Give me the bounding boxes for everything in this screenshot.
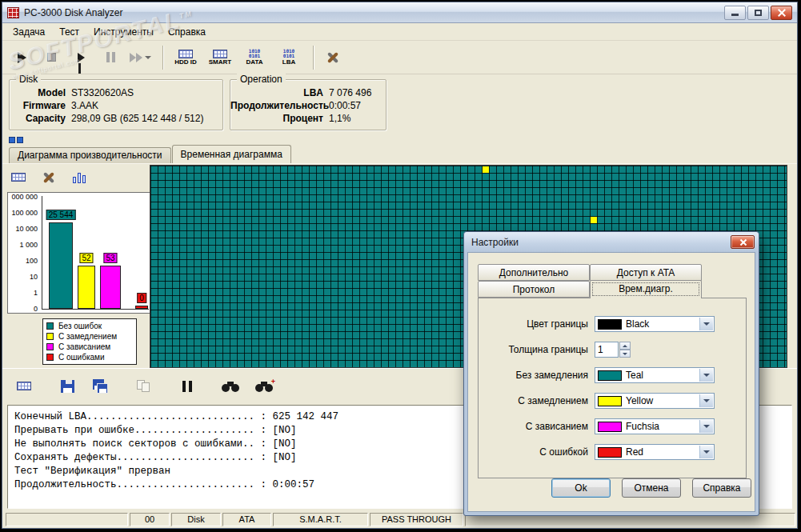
legend-swatch (46, 343, 54, 350)
color-swatch (598, 319, 622, 330)
y-tick-label: 100 000 (11, 209, 38, 217)
stop-test-button[interactable] (38, 46, 64, 70)
dropdown-button[interactable] (699, 318, 713, 330)
dialog-title: Настройки (471, 237, 519, 248)
color-swatch (598, 370, 622, 381)
hdd-id-label: HDD ID (174, 59, 197, 66)
hang-color-select[interactable]: Fuchsia (595, 418, 715, 434)
color-swatch (598, 422, 622, 432)
menu-help[interactable]: Справка (161, 24, 213, 40)
bar (135, 306, 148, 309)
progress-chip (17, 137, 23, 143)
hang-label: С зависанием (479, 421, 595, 432)
tab-ata-access[interactable]: Доступ к ATA (590, 264, 702, 281)
tab-time-diagram-settings[interactable]: Врем.диагр. (590, 280, 702, 298)
minimize-button[interactable] (724, 6, 746, 20)
window-title: PC-3000 Disk Analyzer (24, 7, 122, 18)
window-controls (724, 6, 792, 20)
percent-value: 1,1% (329, 112, 350, 125)
copy-button[interactable] (130, 374, 158, 399)
start-test-button[interactable] (9, 46, 34, 70)
capacity-label: Capacity (10, 112, 66, 125)
floppy-stack-icon (93, 379, 109, 394)
spin-up-button[interactable] (619, 342, 631, 350)
error-bar-chart: 000 000100 00010 0001 0001001010 25 5445… (7, 192, 151, 314)
chart-settings-button[interactable] (38, 166, 59, 188)
maximize-button[interactable] (747, 6, 769, 20)
menubar: Задача Тест Инструменты Справка (2, 23, 797, 41)
spin-down-button[interactable] (619, 350, 631, 358)
dialog-tabcontrol: Дополнительно Доступ к ATA Протокол Врем… (478, 264, 747, 478)
report-button[interactable] (7, 166, 29, 188)
no-slowdown-color-select[interactable]: Teal (595, 367, 715, 383)
error-color-select[interactable]: Red (595, 444, 715, 460)
log-report-button[interactable] (10, 374, 38, 399)
hdd-id-button[interactable]: HDD ID (170, 43, 202, 72)
tab-time-diagram[interactable]: Временная диаграмма (172, 145, 291, 163)
copy-icon (137, 380, 151, 393)
y-tick-label: 10 (30, 273, 38, 281)
app-window: PC-3000 Disk Analyzer Задача Тест Инстру… (2, 2, 798, 529)
menu-test[interactable]: Тест (52, 24, 86, 40)
pause-button[interactable] (98, 46, 123, 70)
fast-forward-button[interactable] (127, 46, 153, 70)
find-next-button[interactable]: + (250, 374, 278, 399)
legend-swatch (46, 322, 54, 330)
legend-item: С ошибками (46, 352, 136, 362)
dialog-body: Дополнительно Доступ к ATA Протокол Врем… (467, 252, 755, 512)
border-color-select[interactable]: Black (595, 316, 715, 332)
menu-task[interactable]: Задача (6, 24, 52, 40)
legend-swatch (46, 354, 54, 361)
bar-value-label: 0 (137, 293, 146, 303)
lba-button[interactable]: 10100101 LBA (273, 43, 305, 72)
status-segment (6, 513, 128, 526)
tab-protocol[interactable]: Протокол (478, 281, 590, 298)
help-button[interactable]: Справка (692, 478, 751, 498)
settings-button[interactable] (320, 46, 346, 70)
dropdown-button[interactable] (699, 420, 713, 433)
smart-button[interactable]: SMART (204, 43, 236, 72)
save-all-button[interactable] (87, 374, 114, 399)
maximize-icon (755, 10, 762, 16)
percent-label: Процент (230, 112, 323, 125)
y-tick-label: 0 (34, 305, 38, 313)
status-segment-smart: S.M.A.R.T. (273, 513, 368, 526)
pause-log-button[interactable] (174, 374, 201, 399)
find-button[interactable] (217, 374, 244, 399)
slowdown-color-select[interactable]: Yellow (595, 393, 715, 409)
chevron-down-icon (703, 322, 710, 326)
bar-value-label: 25 544 (46, 210, 76, 220)
border-width-label: Толщина границы (479, 344, 595, 355)
save-button[interactable] (54, 374, 81, 399)
cancel-button[interactable]: Отмена (622, 478, 681, 498)
bar (78, 266, 95, 309)
dropdown-button[interactable] (699, 446, 713, 458)
dropdown-button[interactable] (699, 369, 713, 382)
minimize-icon (731, 14, 739, 16)
ok-button[interactable]: Ok (551, 478, 611, 498)
bar-chart-button[interactable] (68, 166, 90, 188)
border-width-input[interactable]: 1 (595, 342, 619, 358)
skip-icon (78, 53, 85, 62)
no-slowdown-label: Без замедления (479, 370, 595, 381)
lba-value-label: LBA (230, 86, 323, 99)
data-button[interactable]: 10100101 DATA (238, 43, 270, 72)
dialog-titlebar: Настройки (464, 232, 759, 252)
close-button[interactable] (771, 6, 792, 20)
binoculars-next-icon: + (255, 381, 273, 392)
smart-label: SMART (209, 59, 231, 66)
stop-icon (47, 53, 56, 62)
chevron-down-icon (623, 353, 627, 355)
dialog-close-button[interactable] (731, 235, 755, 249)
app-icon (7, 7, 19, 18)
tab-performance-diagram[interactable]: Диаграмма производительности (9, 147, 171, 163)
skip-button[interactable] (68, 46, 94, 70)
binoculars-icon (222, 381, 239, 392)
progress-chip (9, 137, 15, 143)
tab-additional[interactable]: Дополнительно (478, 264, 590, 281)
y-tick-label: 1 (34, 289, 38, 297)
menu-tools[interactable]: Инструменты (86, 24, 161, 40)
grid-event-mark (483, 166, 489, 173)
legend-item: Без ошибок (46, 321, 136, 331)
dropdown-button[interactable] (699, 394, 713, 407)
